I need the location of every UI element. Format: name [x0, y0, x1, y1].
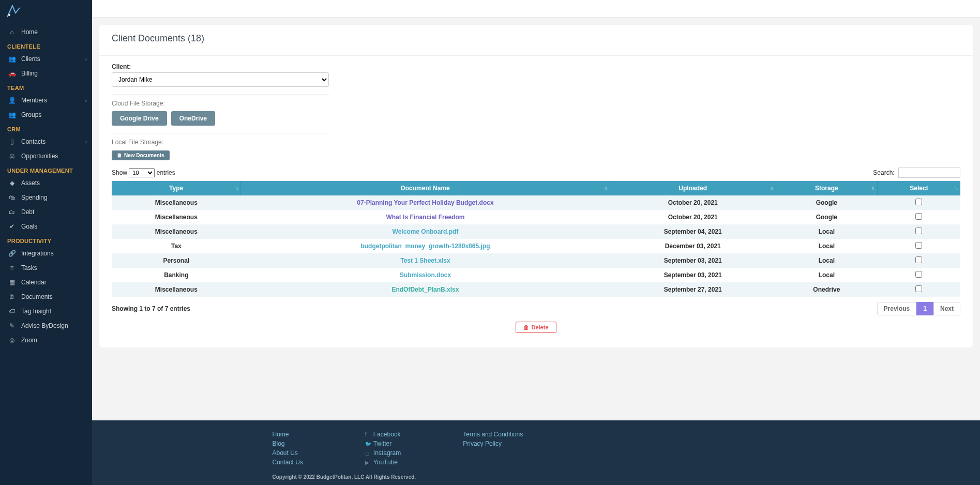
sidebar-item-opportunities[interactable]: ⚖Opportunities	[0, 149, 92, 163]
col-storage[interactable]: Storage↑↓	[776, 181, 877, 195]
pager-page-1[interactable]: 1	[916, 302, 933, 315]
cell-storage: Local	[776, 239, 877, 253]
cell-name: Test 1 Sheet.xlsx	[241, 253, 610, 268]
page-title: Client Documents (18)	[112, 33, 960, 44]
sidebar-item-label: Goals	[21, 223, 37, 230]
sidebar-item-label: Spending	[21, 194, 48, 201]
new-documents-button[interactable]: 🗎 New Documents	[112, 150, 170, 160]
delete-button[interactable]: 🗑 Delete	[516, 322, 556, 333]
cell-uploaded: October 20, 2021	[610, 210, 776, 224]
document-link[interactable]: What Is Financial Freedom	[386, 214, 464, 221]
cell-storage: Local	[776, 253, 877, 268]
sidebar-item-label: Debt	[21, 208, 34, 216]
sidebar-item-documents[interactable]: 🗎Documents	[0, 290, 92, 304]
sidebar-item-advise-bydesign[interactable]: ✎Advise ByDesign	[0, 319, 92, 333]
sidebar-item-label: Tasks	[21, 264, 37, 271]
onedrive-button[interactable]: OneDrive	[171, 111, 215, 126]
document-link[interactable]: 07-Planning Your Perfect Holiday Budget.…	[357, 199, 493, 206]
row-checkbox[interactable]	[915, 213, 922, 220]
sidebar-item-calendar[interactable]: ▦Calendar	[0, 275, 92, 290]
entries-select[interactable]: 10	[129, 168, 155, 177]
sidebar-item-goals[interactable]: ✔Goals	[0, 219, 92, 234]
footer-link[interactable]: ◻Instagram	[365, 449, 401, 457]
footer-link[interactable]: fFacebook	[365, 431, 401, 438]
nav-section: PRODUCTIVITY	[0, 234, 92, 246]
cell-name: What Is Financial Freedom	[241, 210, 610, 224]
logo	[0, 0, 92, 25]
sidebar-item-label: Calendar	[21, 279, 47, 286]
cell-uploaded: September 03, 2021	[610, 253, 776, 268]
footer-link[interactable]: Privacy Policy	[463, 440, 523, 447]
cell-type: Miscellaneous	[112, 210, 241, 224]
document-link[interactable]: Test 1 Sheet.xlsx	[400, 257, 450, 264]
nav-icon: ◎	[7, 337, 17, 344]
footer-link[interactable]: 🐦Twitter	[365, 440, 401, 447]
document-link[interactable]: budgetpolitan_money_growth-1280x865.jpg	[360, 242, 490, 250]
nav-icon: 👥	[7, 55, 17, 63]
sidebar-item-integrations[interactable]: 🔗Integrations	[0, 246, 92, 261]
document-link[interactable]: Submission.docx	[400, 271, 451, 279]
sidebar-item-label: Home	[21, 28, 38, 36]
nav-section: CLIENTELE	[0, 39, 92, 52]
sidebar-item-debt[interactable]: 🗂Debt	[0, 205, 92, 219]
cell-select	[877, 210, 960, 224]
sidebar-item-contacts[interactable]: ▯Contacts›	[0, 134, 92, 149]
cell-select	[877, 268, 960, 282]
sidebar-item-billing[interactable]: 🚗Billing	[0, 66, 92, 81]
sidebar-item-home[interactable]: ⌂Home	[0, 25, 92, 39]
cell-uploaded: September 03, 2021	[610, 268, 776, 282]
cell-name: budgetpolitan_money_growth-1280x865.jpg	[241, 239, 610, 253]
sidebar-item-tag-insight[interactable]: 🏷Tag Insight	[0, 304, 92, 319]
local-storage-label: Local File Storage:	[112, 133, 329, 146]
col-document-name[interactable]: Document Name↑↓	[241, 181, 610, 195]
main: Client Documents (18) Client: Jordan Mik…	[92, 0, 980, 485]
row-checkbox[interactable]	[915, 271, 922, 278]
nav-icon: 🔗	[7, 250, 17, 257]
sidebar-item-label: Groups	[21, 111, 41, 118]
nav-icon: ◆	[7, 179, 17, 187]
footer-link[interactable]: About Us	[273, 449, 303, 457]
footer-link[interactable]: Terms and Conditions	[463, 431, 523, 438]
row-checkbox[interactable]	[915, 228, 922, 234]
sidebar-item-groups[interactable]: 👥Groups	[0, 108, 92, 122]
footer-link[interactable]: Home	[273, 431, 303, 438]
sidebar-item-tasks[interactable]: ≡Tasks	[0, 261, 92, 275]
cloud-storage-label: Cloud File Storage:	[112, 94, 329, 107]
cell-storage: Google	[776, 210, 877, 224]
cell-uploaded: September 04, 2021	[610, 224, 776, 239]
pager-prev[interactable]: Previous	[877, 302, 917, 315]
nav-icon: 👥	[7, 111, 17, 118]
cell-select	[877, 224, 960, 239]
cell-type: Miscellaneous	[112, 195, 241, 210]
search-input[interactable]	[898, 168, 960, 178]
cell-select	[877, 253, 960, 268]
row-checkbox[interactable]	[915, 242, 922, 249]
footer-link[interactable]: Blog	[273, 440, 303, 447]
row-checkbox[interactable]	[915, 256, 922, 263]
nav-icon: ⚖	[7, 153, 17, 160]
cell-storage: Local	[776, 224, 877, 239]
sidebar-item-label: Tag Insight	[21, 308, 51, 315]
table-info: Showing 1 to 7 of 7 entries	[112, 305, 190, 312]
document-link[interactable]: EndOfDebt_PlanB.xlsx	[391, 286, 459, 293]
nav-icon: ⌂	[7, 28, 17, 36]
pagination: Previous 1 Next	[877, 302, 960, 315]
google-drive-button[interactable]: Google Drive	[112, 111, 167, 126]
cell-name: Welcome Onboard.pdf	[241, 224, 610, 239]
sidebar-item-spending[interactable]: 🛍Spending	[0, 190, 92, 205]
col-type[interactable]: Type↑↓	[112, 181, 241, 195]
col-select[interactable]: Select↑↓	[877, 181, 960, 195]
col-uploaded[interactable]: Uploaded↑↓	[610, 181, 776, 195]
client-select[interactable]: Jordan Mike	[112, 72, 329, 87]
sidebar-item-assets[interactable]: ◆Assets	[0, 176, 92, 190]
sidebar-item-members[interactable]: 👤Members›	[0, 93, 92, 108]
row-checkbox[interactable]	[915, 285, 922, 292]
pager-next[interactable]: Next	[933, 302, 960, 315]
sidebar-item-clients[interactable]: 👥Clients›	[0, 52, 92, 66]
footer-link[interactable]: ▶YouTube	[365, 459, 401, 466]
sidebar-item-zoom[interactable]: ◎Zoom	[0, 333, 92, 347]
document-link[interactable]: Welcome Onboard.pdf	[393, 228, 459, 235]
nav-icon: ▯	[7, 138, 17, 145]
footer-link[interactable]: Contact Us	[273, 459, 303, 466]
row-checkbox[interactable]	[915, 199, 922, 205]
